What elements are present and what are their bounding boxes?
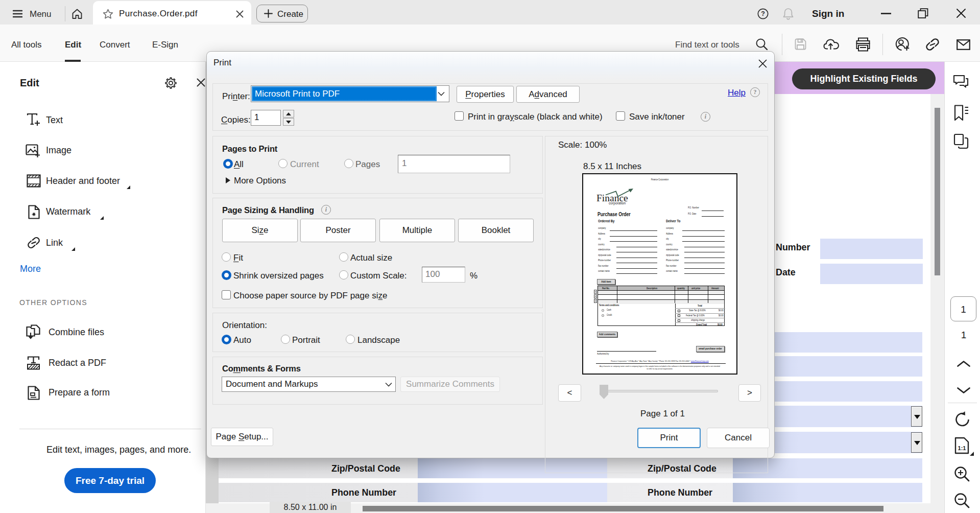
svg-text:?: ? [761,10,765,17]
svg-text:1:1: 1:1 [958,445,966,451]
